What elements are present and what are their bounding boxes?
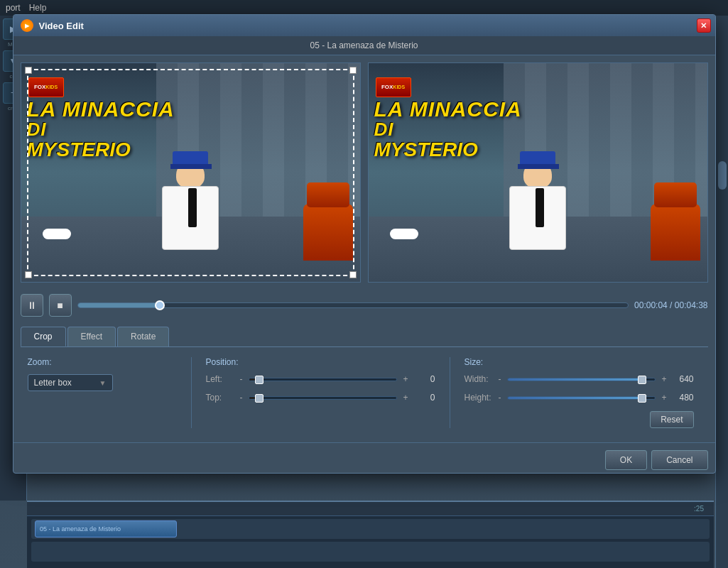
width-plus-btn[interactable]: + bbox=[661, 374, 666, 384]
size-col: Size: Width: - + 640 bbox=[457, 357, 701, 428]
reset-button[interactable]: Reset bbox=[650, 411, 693, 428]
title-line1-left: LA MINACCIA bbox=[27, 99, 354, 120]
title-line1-right: LA MINACCIA bbox=[374, 99, 702, 120]
chair-back bbox=[307, 182, 349, 207]
video-preview-left: FOXKIDS LA MINACCIA DI MYSTERIO bbox=[21, 62, 361, 283]
modal-subtitle: 05 - La amenaza de Misterio bbox=[13, 36, 715, 55]
guard-arm-right bbox=[390, 229, 418, 239]
height-slider-label: Height: bbox=[464, 393, 493, 403]
width-slider-track[interactable] bbox=[507, 378, 656, 381]
video-preview-right: FOXKIDS LA MINACCIA DI MYSTERIO bbox=[368, 62, 708, 283]
dialog-buttons: OK Cancel bbox=[13, 442, 715, 473]
height-minus-btn[interactable]: - bbox=[499, 393, 501, 403]
top-slider-label: Top: bbox=[206, 393, 234, 403]
video-canvas-right: FOXKIDS LA MINACCIA DI MYSTERIO bbox=[369, 63, 707, 282]
zoom-dropdown[interactable]: Letter box ▼ bbox=[28, 374, 113, 391]
top-value: 0 bbox=[414, 393, 435, 403]
size-label: Size: bbox=[464, 357, 694, 367]
tab-bar: Crop Effect Rotate bbox=[21, 327, 708, 347]
pause-button[interactable]: ⏸ bbox=[21, 294, 43, 317]
left-minus-btn[interactable]: - bbox=[240, 374, 243, 384]
top-minus-btn[interactable]: - bbox=[240, 393, 243, 403]
video-canvas-left: FOXKIDS LA MINACCIA DI MYSTERIO bbox=[21, 63, 360, 282]
chair-right bbox=[651, 204, 700, 261]
modal-overlay: ▶ Video Edit ✕ 05 - La amenaza de Mister… bbox=[0, 0, 728, 568]
guard-figure-right bbox=[502, 161, 573, 275]
modal-content: FOXKIDS LA MINACCIA DI MYSTERIO bbox=[13, 55, 715, 435]
top-plus-btn[interactable]: + bbox=[403, 393, 408, 403]
fox-kids-logo: FOXKIDS bbox=[28, 77, 64, 97]
height-slider-fill bbox=[508, 397, 641, 399]
divider-2 bbox=[450, 357, 450, 428]
dropdown-arrow-icon: ▼ bbox=[99, 379, 107, 387]
position-col: Position: Left: - + 0 bbox=[199, 357, 442, 428]
zoom-label: Zoom: bbox=[28, 357, 177, 367]
left-slider-row: Left: - + 0 bbox=[206, 374, 435, 384]
chair bbox=[303, 204, 353, 261]
width-slider-thumb[interactable] bbox=[638, 376, 646, 384]
left-plus-btn[interactable]: + bbox=[403, 374, 408, 384]
top-slider-thumb[interactable] bbox=[255, 394, 264, 403]
left-slider-track[interactable] bbox=[249, 378, 398, 381]
reset-row: Reset bbox=[464, 411, 694, 428]
fox-logo-right: FOXKIDS bbox=[376, 77, 411, 97]
tab-crop[interactable]: Crop bbox=[21, 327, 66, 346]
divider-1 bbox=[191, 357, 192, 428]
time-separator: / bbox=[668, 300, 675, 310]
guard-figure-left bbox=[155, 161, 226, 275]
left-slider-label: Left: bbox=[206, 374, 234, 384]
playback-controls: ⏸ ■ 00:00:04 / 00:04:38 bbox=[21, 290, 708, 321]
title-line2-left: DI bbox=[27, 120, 354, 138]
width-slider-row: Width: - + 640 bbox=[464, 374, 694, 384]
height-slider-thumb[interactable] bbox=[638, 394, 646, 403]
zoom-dropdown-row: Letter box ▼ bbox=[28, 374, 177, 391]
progress-thumb[interactable] bbox=[155, 300, 165, 310]
zoom-col: Zoom: Letter box ▼ bbox=[28, 357, 184, 428]
video-edit-dialog: ▶ Video Edit ✕ 05 - La amenaza de Mister… bbox=[13, 14, 716, 474]
app-icon: ▶ bbox=[21, 19, 33, 32]
height-value: 480 bbox=[673, 393, 694, 403]
position-label: Position: bbox=[206, 357, 435, 367]
guard-arm bbox=[43, 229, 71, 239]
current-time: 00:00:04 bbox=[634, 300, 668, 310]
left-value: 0 bbox=[414, 374, 435, 384]
progress-fill bbox=[78, 303, 161, 307]
close-button[interactable]: ✕ bbox=[697, 18, 711, 33]
title-line2-right: DI bbox=[374, 120, 702, 138]
tab-effect[interactable]: Effect bbox=[67, 327, 116, 346]
height-slider-track[interactable] bbox=[507, 396, 656, 400]
total-time: 00:04:38 bbox=[675, 300, 708, 310]
width-slider-label: Width: bbox=[464, 374, 493, 384]
zoom-dropdown-value: Letter box bbox=[34, 378, 72, 388]
modal-titlebar: ▶ Video Edit ✕ bbox=[13, 15, 715, 36]
width-minus-btn[interactable]: - bbox=[499, 374, 501, 384]
width-slider-fill bbox=[508, 378, 641, 381]
progress-bar[interactable] bbox=[77, 302, 629, 308]
top-slider-row: Top: - + 0 bbox=[206, 393, 435, 403]
modal-title: Video Edit bbox=[39, 21, 84, 31]
time-display: 00:00:04 / 00:04:38 bbox=[634, 300, 707, 310]
width-value: 640 bbox=[673, 374, 694, 384]
top-slider-track[interactable] bbox=[249, 396, 398, 400]
height-slider-row: Height: - + 480 bbox=[464, 393, 694, 403]
left-slider-thumb[interactable] bbox=[255, 376, 264, 384]
chair-back-right bbox=[654, 182, 697, 207]
video-preview-row: FOXKIDS LA MINACCIA DI MYSTERIO bbox=[21, 62, 708, 283]
cancel-button[interactable]: Cancel bbox=[651, 450, 707, 470]
fox-logo-left: FOXKIDS bbox=[28, 77, 64, 97]
ok-button[interactable]: OK bbox=[605, 450, 647, 470]
tab-rotate[interactable]: Rotate bbox=[117, 327, 169, 346]
fox-kids-logo-right: FOXKIDS bbox=[376, 77, 411, 97]
height-plus-btn[interactable]: + bbox=[661, 393, 666, 403]
crop-panel: Zoom: Letter box ▼ Position: Le bbox=[21, 357, 708, 428]
stop-button[interactable]: ■ bbox=[49, 294, 72, 317]
